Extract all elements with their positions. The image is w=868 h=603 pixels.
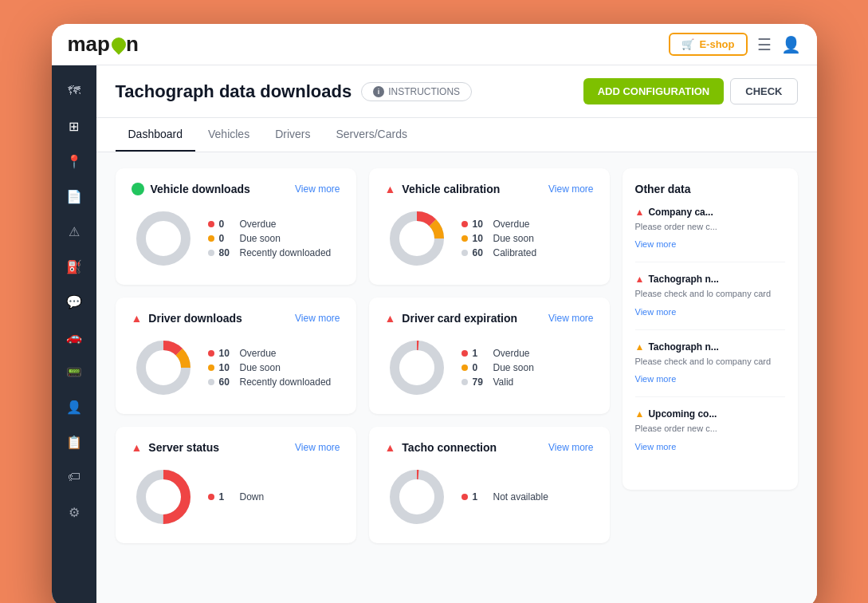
- sidebar-item-map[interactable]: 🗺: [58, 75, 90, 107]
- info-icon: i: [373, 86, 384, 97]
- calib-overdue: 10 Overdue: [461, 219, 594, 230]
- dashboard-grid: Vehicle downloads View more: [96, 152, 817, 559]
- vehicle-downloads-view-more[interactable]: View more: [295, 183, 340, 195]
- driver-downloads-view-more[interactable]: View more: [295, 313, 340, 324]
- calib-done: 60 Calibrated: [461, 247, 594, 258]
- sidebar-item-location[interactable]: 📍: [58, 145, 90, 177]
- cart-icon: 🛒: [681, 38, 694, 50]
- tacho-connection-card: ▲ Tacho connection View more: [369, 427, 610, 543]
- eshop-label: E-shop: [699, 38, 734, 50]
- tab-servers-cards[interactable]: Servers/Cards: [324, 118, 420, 152]
- page-title: Tachograph data downloads: [116, 81, 352, 102]
- main-content: Tachograph data downloads i INSTRUCTIONS…: [96, 65, 817, 603]
- menu-icon[interactable]: ☰: [757, 35, 772, 54]
- vehicle-calibration-title: ▲ Vehicle calibration: [385, 183, 501, 195]
- sidebar-item-fuel[interactable]: ⛽: [58, 250, 90, 282]
- driver-card-view-more[interactable]: View more: [548, 313, 593, 324]
- due-soon-count: 0: [219, 233, 235, 244]
- sidebar-item-tags[interactable]: 🏷: [58, 461, 90, 493]
- calib-due-soon-label: Due soon: [493, 233, 534, 244]
- alert-company-title: ▲ Company ca...: [635, 207, 785, 218]
- vehicle-calibration-view-more[interactable]: View more: [548, 183, 593, 195]
- tacho-connection-content: 1 Not available: [385, 465, 594, 529]
- ss-down: 1 Down: [208, 491, 340, 503]
- dd-due-soon-count: 10: [219, 362, 235, 373]
- server-status-view-more[interactable]: View more: [295, 442, 340, 453]
- calib-done-count: 60: [473, 247, 489, 258]
- stat-recent: 80 Recently downloaded: [208, 247, 340, 258]
- driver-downloads-content: 10 Overdue 10 Due soon: [132, 336, 340, 400]
- sidebar-item-reports[interactable]: 📋: [58, 426, 90, 458]
- sidebar-item-alerts[interactable]: ⚠: [58, 215, 90, 247]
- vehicle-calibration-label: Vehicle calibration: [402, 183, 500, 195]
- eshop-button[interactable]: 🛒 E-shop: [669, 33, 747, 56]
- sidebar-item-devices[interactable]: 📟: [58, 356, 90, 388]
- alert-tacho1-link[interactable]: View more: [635, 307, 677, 317]
- driver-downloads-donut: [132, 336, 195, 400]
- recent-label: Recently downloaded: [240, 247, 332, 258]
- ss-down-label: Down: [240, 491, 265, 503]
- calib-done-label: Calibrated: [493, 247, 537, 258]
- user-account-icon[interactable]: 👤: [781, 35, 801, 54]
- vehicle-downloads-card: Vehicle downloads View more: [116, 168, 356, 285]
- tab-drivers[interactable]: Drivers: [262, 118, 323, 152]
- dd-due-soon-label: Due soon: [240, 362, 281, 373]
- dc-valid-label: Valid: [493, 376, 514, 388]
- red-dot-icon: [208, 221, 214, 227]
- vehicle-downloads-label: Vehicle downloads: [151, 183, 250, 195]
- sidebar-item-users[interactable]: 👤: [58, 391, 90, 423]
- driver-card-content: 1 Overdue 0 Due soon: [385, 336, 594, 400]
- vehicle-calibration-stats: 10 Overdue 10 Due soon: [461, 219, 594, 258]
- driver-downloads-title: ▲ Driver downloads: [132, 312, 242, 325]
- alert-tacho2-link[interactable]: View more: [635, 374, 677, 384]
- cards-row-1: Vehicle downloads View more: [116, 168, 610, 285]
- sidebar-item-settings[interactable]: ⚙: [58, 496, 90, 528]
- instructions-button[interactable]: i INSTRUCTIONS: [361, 82, 472, 101]
- server-status-stats: 1 Down: [208, 491, 340, 503]
- server-status-content: 1 Down: [132, 465, 340, 529]
- sidebar: 🗺 ⊞ 📍 📄 ⚠ ⛽ 💬 🚗 📟 👤 📋 🏷 ⚙: [52, 65, 96, 603]
- red-dot-icon: [208, 350, 214, 357]
- dd-overdue-label: Overdue: [240, 348, 277, 359]
- vehicle-calibration-card: ▲ Vehicle calibration View more: [369, 168, 610, 285]
- alert-upcoming-title: ▲ Upcoming co...: [635, 408, 785, 420]
- alert-company-link[interactable]: View more: [635, 239, 677, 249]
- tabs-bar: Dashboard Vehicles Drivers Servers/Cards: [96, 118, 817, 152]
- logo-text: map: [68, 32, 110, 57]
- page-title-area: Tachograph data downloads i INSTRUCTIONS: [116, 81, 473, 102]
- yellow-dot-icon: [461, 235, 468, 242]
- yellow-dot-icon: [208, 365, 214, 371]
- sidebar-item-vehicles[interactable]: 🚗: [58, 321, 90, 353]
- calib-overdue-label: Overdue: [493, 219, 530, 230]
- dd-due-soon: 10 Due soon: [208, 362, 340, 373]
- instructions-label: INSTRUCTIONS: [388, 86, 460, 97]
- driver-downloads-header: ▲ Driver downloads View more: [132, 312, 340, 325]
- tacho-connection-view-more[interactable]: View more: [548, 442, 593, 453]
- add-configuration-button[interactable]: ADD CONFIGURATION: [583, 78, 725, 104]
- warning-yellow-icon: ▲: [635, 408, 645, 420]
- tab-vehicles[interactable]: Vehicles: [195, 118, 262, 152]
- overdue-count: 0: [219, 219, 235, 230]
- dc-overdue: 1 Overdue: [461, 348, 594, 359]
- warning-icon: ▲: [132, 312, 143, 325]
- alert-upcoming-link[interactable]: View more: [635, 442, 677, 451]
- vehicle-downloads-header: Vehicle downloads View more: [132, 183, 340, 195]
- tab-dashboard[interactable]: Dashboard: [116, 118, 196, 152]
- alert-tacho2-label: Tachograph n...: [648, 341, 718, 353]
- sidebar-item-dashboard[interactable]: ⊞: [58, 110, 90, 142]
- driver-card-stats: 1 Overdue 0 Due soon: [461, 348, 594, 388]
- red-dot-icon: [461, 494, 468, 500]
- tacho-connection-header: ▲ Tacho connection View more: [385, 441, 594, 454]
- driver-downloads-stats: 10 Overdue 10 Due soon: [208, 348, 340, 388]
- driver-card-donut: [385, 336, 449, 400]
- svg-point-11: [395, 475, 439, 519]
- warning-red-icon: ▲: [635, 274, 645, 285]
- dd-overdue: 10 Overdue: [208, 348, 340, 359]
- warning-icon: ▲: [132, 441, 143, 454]
- tacho-connection-title: ▲ Tacho connection: [385, 441, 497, 454]
- tacho-connection-donut: [385, 465, 449, 529]
- check-button[interactable]: CHECK: [730, 78, 797, 104]
- sidebar-item-chat[interactable]: 💬: [58, 286, 90, 317]
- alert-company-card: ▲ Company ca... Please order new c... Vi…: [635, 207, 785, 262]
- sidebar-item-documents[interactable]: 📄: [58, 180, 90, 212]
